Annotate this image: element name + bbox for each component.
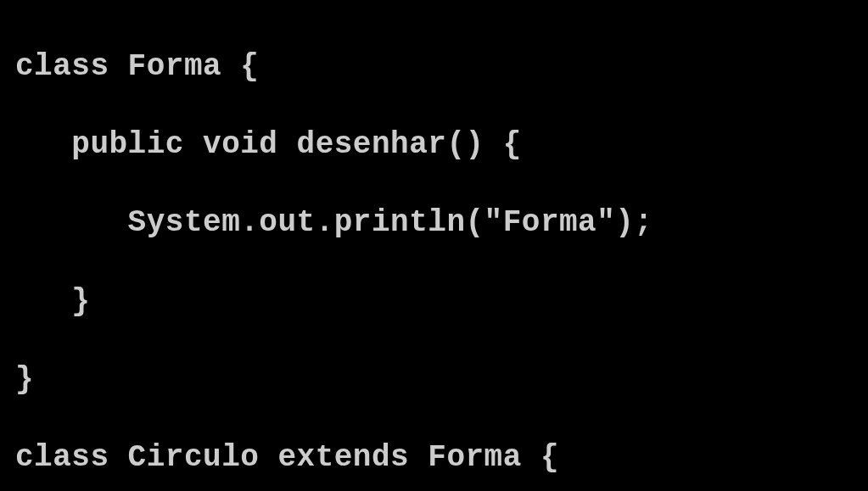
code-line: class Forma { [15, 47, 853, 86]
code-line: } [15, 282, 853, 321]
code-line: } [15, 360, 853, 399]
code-line: class Circulo extends Forma { [15, 438, 853, 477]
code-line: System.out.println("Forma"); [15, 204, 853, 243]
code-line: public void desenhar() { [15, 126, 853, 165]
code-block: class Forma { public void desenhar() { S… [0, 0, 868, 491]
